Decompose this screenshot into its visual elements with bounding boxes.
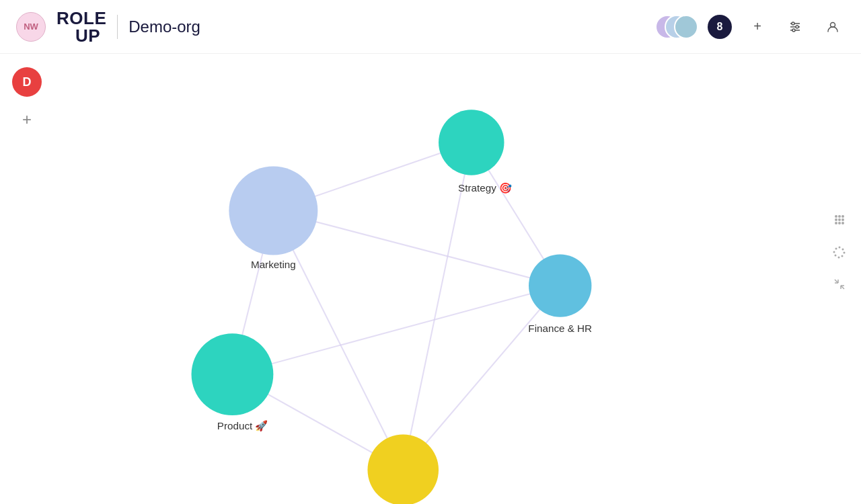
add-button[interactable]: + [745,15,770,39]
avatar-circle-3 [674,15,698,39]
svg-point-23 [835,248,837,250]
user-icon [826,20,839,34]
logo-divider [117,15,118,39]
dots-grid-icon [833,213,846,226]
sidebar: D + [0,54,54,504]
logo-up: UP [57,27,106,44]
logo-roleup: ROLE UP [57,9,106,44]
controls-button[interactable] [783,15,807,39]
svg-point-13 [835,222,837,224]
user-button[interactable] [821,15,845,39]
node-marketing[interactable] [229,167,317,255]
svg-point-3 [792,22,794,25]
sliders-icon [788,20,802,34]
svg-point-19 [841,255,844,257]
ring-view-icon[interactable] [829,241,850,263]
badge-count[interactable]: 8 [708,15,732,39]
avatar-group[interactable]: 8 [655,15,732,39]
right-controls [829,209,850,295]
svg-point-4 [796,26,798,28]
node-experiments[interactable] [367,434,439,504]
collapse-icon[interactable] [829,274,850,295]
edge-finance-experiments [403,286,560,470]
avatar-stack [655,15,702,39]
node-finance-label: Finance & HR [528,323,592,334]
node-strategy[interactable] [439,110,504,175]
graph-area[interactable]: .edge { stroke: #d8d0f0; stroke-width: 2… [54,54,821,504]
svg-point-21 [835,255,837,257]
svg-point-11 [838,218,841,221]
network-graph: .edge { stroke: #d8d0f0; stroke-width: 2… [54,54,821,504]
avatar-d[interactable]: D [12,67,42,97]
logo-area: ROLE UP Demo-org [57,9,200,44]
dots-ring-icon [833,245,846,259]
arrows-collapse-icon [833,278,846,291]
node-strategy-label: Strategy 🎯 [458,181,512,194]
svg-point-7 [835,215,837,218]
svg-point-9 [841,215,844,218]
org-name: Demo-org [128,17,200,36]
sidebar-add-button[interactable]: + [15,108,39,132]
node-finance[interactable] [529,254,591,317]
header: NW ROLE UP Demo-org 8 + [0,0,861,54]
svg-point-17 [842,249,844,251]
node-marketing-label: Marketing [251,259,296,270]
svg-point-18 [844,252,846,254]
avatar-nw[interactable]: NW [16,12,46,42]
svg-point-16 [839,247,841,249]
logo-text: ROLE UP [57,9,106,44]
svg-point-22 [833,251,835,253]
svg-point-8 [838,215,841,218]
svg-point-10 [835,218,837,221]
edge-marketing-finance [273,210,560,286]
grid-view-icon[interactable] [829,209,850,230]
svg-point-15 [841,222,844,224]
svg-point-5 [792,29,795,32]
svg-point-20 [838,257,840,259]
logo-role: ROLE [57,8,106,28]
svg-point-14 [838,222,841,224]
node-product[interactable] [192,333,274,415]
svg-point-12 [841,218,844,221]
header-right: 8 + [655,15,845,39]
node-product-label: Product 🚀 [217,419,268,432]
edge-finance-product [232,286,560,374]
